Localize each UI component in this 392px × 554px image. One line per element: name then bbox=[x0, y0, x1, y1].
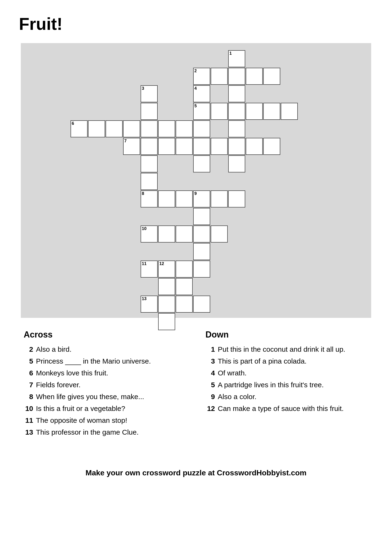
cell-7a-r5c5[interactable] bbox=[158, 138, 175, 155]
page-title: Fruit! bbox=[19, 14, 373, 34]
across-clue-13: 13This professor in the game Clue. bbox=[24, 428, 187, 436]
cell-1-0[interactable]: 1 bbox=[228, 50, 245, 67]
cell-4d-r5c7[interactable] bbox=[193, 138, 210, 155]
cell-4d-r6c7[interactable] bbox=[193, 155, 210, 172]
across-clue-11: 11The opposite of woman stop! bbox=[24, 416, 187, 425]
cell-12d-r13c6[interactable] bbox=[158, 278, 175, 295]
cell-7a-r5c4[interactable] bbox=[141, 138, 158, 155]
cell-3d-r4c5[interactable] bbox=[141, 120, 158, 137]
across-clue-2: 2Also a bird. bbox=[24, 345, 187, 353]
cell-2-r1c11[interactable] bbox=[263, 68, 280, 85]
across-clue-10: 10Is this a fruit or a vegetable? bbox=[24, 405, 187, 412]
across-clues: Across 2Also a bird.5Princess ____ in th… bbox=[24, 330, 187, 440]
cell-11a-r12c8[interactable] bbox=[193, 261, 210, 277]
cell-10a-r10c5[interactable]: 10 bbox=[141, 226, 158, 242]
cell-6a-r4c0[interactable]: 6 bbox=[70, 120, 88, 137]
cell-9a-r8c9[interactable] bbox=[211, 191, 228, 207]
across-clue-6: 6Monkeys love this fruit. bbox=[24, 369, 187, 377]
cell-7a-r5c10[interactable] bbox=[246, 138, 263, 155]
cell-9a-r8c10[interactable] bbox=[228, 191, 245, 207]
cell-7a-r5c6[interactable] bbox=[176, 138, 193, 155]
cell-13a-r14c8[interactable] bbox=[193, 296, 210, 313]
cell-13a-r14c6[interactable] bbox=[158, 296, 175, 313]
cell-7a-r5c3[interactable]: 7 bbox=[123, 138, 140, 155]
cell-5a-r3c10[interactable] bbox=[246, 103, 263, 120]
cell-5a-r3c11[interactable] bbox=[263, 103, 280, 120]
cell-13a-r14c5[interactable]: 13 bbox=[141, 296, 158, 313]
cell-3d-r3c5[interactable] bbox=[141, 103, 158, 120]
down-clue-3: 3This is part of a pina colada. bbox=[205, 357, 368, 365]
cell-9a-r8c8[interactable]: 9 bbox=[193, 191, 210, 207]
cell-1-1[interactable] bbox=[228, 68, 245, 85]
cell-2-r1c7[interactable]: 2 bbox=[193, 68, 210, 85]
cell-4d-r2c7[interactable]: 4 bbox=[193, 85, 210, 102]
cell-2-r1c10[interactable] bbox=[246, 68, 263, 85]
cell-11a-r12c5[interactable]: 11 bbox=[141, 261, 158, 277]
down-clue-5: 5A partridge lives in this fruit's tree. bbox=[205, 381, 368, 389]
cell-1-6[interactable] bbox=[228, 155, 245, 172]
cell-3d-r6c5[interactable] bbox=[141, 155, 158, 172]
cell-10a-r10c9[interactable] bbox=[211, 226, 228, 242]
cell-5a-r3c8[interactable] bbox=[211, 103, 228, 120]
cell-8a-r8c6[interactable] bbox=[158, 191, 175, 207]
cell-6a-r4c3[interactable] bbox=[123, 120, 140, 137]
cell-10a-r10c7[interactable] bbox=[176, 226, 193, 242]
cell-9d-r10c8[interactable] bbox=[193, 226, 210, 242]
across-clue-7: 7Fields forever. bbox=[24, 381, 187, 389]
cell-7a-r5c11[interactable] bbox=[263, 138, 280, 155]
cell-3d-r7c5[interactable] bbox=[141, 173, 158, 190]
down-clue-9: 9Also a color. bbox=[205, 393, 368, 401]
cell-6a-r4c5[interactable] bbox=[158, 120, 175, 137]
cell-12d-r12c6[interactable]: 12 bbox=[158, 261, 175, 277]
cell-12d-r13c7[interactable] bbox=[176, 278, 193, 295]
cell-6a-r4c2[interactable] bbox=[105, 120, 123, 137]
grid-area: 1 2 5 3 4 6 bbox=[28, 50, 364, 311]
across-clue-8: 8When life gives you these, make... bbox=[24, 393, 187, 401]
cell-6a-r4c1[interactable] bbox=[88, 120, 105, 137]
cell-6a-r4c6[interactable] bbox=[176, 120, 193, 137]
cell-7a-r5c8[interactable] bbox=[211, 138, 228, 155]
cell-1-3[interactable] bbox=[228, 103, 245, 120]
cell-13a-r14c7[interactable] bbox=[176, 296, 193, 313]
clues-section: Across 2Also a bird.5Princess ____ in th… bbox=[19, 330, 373, 440]
cell-1-4[interactable] bbox=[228, 120, 245, 137]
cell-4d-r4c7[interactable] bbox=[193, 120, 210, 137]
puzzle-grid-container: 1 2 5 3 4 6 bbox=[21, 43, 371, 318]
cell-1-5[interactable] bbox=[228, 138, 245, 155]
cell-8a-r8c7[interactable] bbox=[176, 191, 193, 207]
cell-9d-r9c8[interactable] bbox=[193, 208, 210, 225]
down-heading: Down bbox=[205, 330, 368, 340]
down-clue-1: 1Put this in the coconut and drink it al… bbox=[205, 345, 368, 353]
cell-12d-r15c6[interactable] bbox=[158, 313, 175, 330]
cell-9d-r11c8[interactable] bbox=[193, 243, 210, 260]
cell-10a-r10c6[interactable] bbox=[158, 226, 175, 242]
down-clue-12: 12Can make a type of sauce with this fru… bbox=[205, 405, 368, 412]
cell-8a-r8c5[interactable]: 8 bbox=[141, 191, 158, 207]
cell-2-r1c8[interactable] bbox=[211, 68, 228, 85]
footer: Make your own crossword puzzle at Crossw… bbox=[19, 469, 373, 477]
cell-5a-r3c12[interactable] bbox=[281, 103, 298, 120]
across-clue-5: 5Princess ____ in the Mario universe. bbox=[24, 357, 187, 365]
cell-3d-r2c5[interactable]: 3 bbox=[141, 85, 158, 102]
down-clues: Down 1Put this in the coconut and drink … bbox=[205, 330, 368, 440]
across-heading: Across bbox=[24, 330, 187, 340]
cell-1-2[interactable] bbox=[228, 85, 245, 102]
down-clue-4: 4Of wrath. bbox=[205, 369, 368, 377]
cell-11a-r12c7[interactable] bbox=[176, 261, 193, 277]
